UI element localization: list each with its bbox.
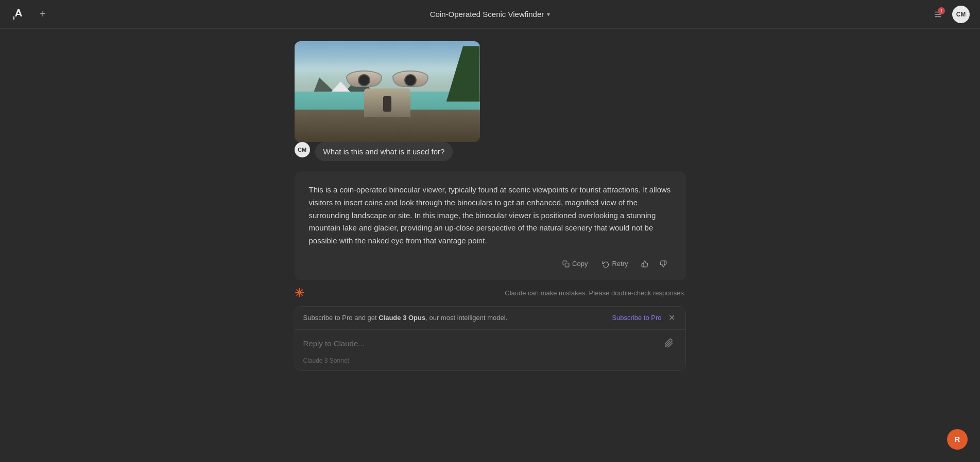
- topbar: + Coin-Operated Scenic Viewfinder ▾ 1 CM: [0, 0, 980, 29]
- input-row: [303, 332, 677, 355]
- thumbs-up-icon: [641, 260, 648, 268]
- anthropic-logo: [10, 6, 27, 23]
- user-message: CM What is this and what is it used for?: [295, 142, 686, 161]
- copy-button[interactable]: Copy: [556, 257, 594, 271]
- chevron-down-icon: ▾: [547, 11, 550, 18]
- user-avatar-button[interactable]: CM: [952, 6, 970, 23]
- conversation-title: Coin-Operated Scenic Viewfinder: [430, 10, 544, 19]
- attach-button[interactable]: [661, 335, 677, 351]
- claude-logo-asterisk: ✳: [295, 287, 304, 300]
- response-actions: Copy Retry: [309, 256, 672, 272]
- settings-button[interactable]: 1: [930, 6, 946, 23]
- topbar-left: +: [10, 6, 50, 23]
- subscribe-banner: Subscribe to Pro and get Claude 3 Opus, …: [295, 307, 685, 330]
- main-content: CM What is this and what is it used for?…: [0, 29, 980, 462]
- user-avatar: CM: [295, 142, 310, 157]
- disclaimer-text: Claude can make mistakes. Please double-…: [310, 289, 686, 297]
- user-bubble: What is this and what is it used for?: [315, 142, 453, 161]
- topbar-right: 1 CM: [930, 6, 970, 23]
- subscribe-actions: Subscribe to Pro ✕: [612, 313, 677, 323]
- copy-icon: [562, 260, 570, 268]
- assistant-response: This is a coin-operated binocular viewer…: [295, 171, 686, 280]
- retry-icon: [602, 260, 609, 268]
- retry-button[interactable]: Retry: [596, 257, 634, 271]
- reply-input[interactable]: [303, 332, 661, 355]
- attach-icon: [664, 339, 674, 348]
- bottom-user-avatar[interactable]: R: [947, 429, 968, 450]
- conversation-title-area[interactable]: Coin-Operated Scenic Viewfinder ▾: [430, 10, 551, 19]
- response-text: This is a coin-operated binocular viewer…: [309, 184, 672, 247]
- thumbs-down-button[interactable]: [655, 256, 672, 272]
- input-area: Claude 3 Sonnet: [295, 330, 685, 370]
- notification-badge: 1: [938, 7, 945, 14]
- svg-rect-3: [565, 263, 569, 267]
- close-banner-button[interactable]: ✕: [667, 313, 677, 323]
- bottom-panel: Subscribe to Pro and get Claude 3 Opus, …: [295, 306, 686, 371]
- thumbs-up-button[interactable]: [637, 256, 653, 272]
- new-chat-button[interactable]: +: [35, 7, 50, 22]
- claude-footer: ✳ Claude can make mistakes. Please doubl…: [295, 285, 686, 306]
- binocular-viewer: [346, 70, 428, 117]
- chat-container: CM What is this and what is it used for?…: [295, 41, 686, 371]
- model-label: Claude 3 Sonnet: [303, 355, 677, 368]
- subscribe-text: Subscribe to Pro and get Claude 3 Opus, …: [303, 314, 508, 322]
- subscribe-to-pro-link[interactable]: Subscribe to Pro: [612, 314, 661, 322]
- image-attachment: [295, 41, 480, 142]
- thumbs-down-icon: [660, 260, 667, 268]
